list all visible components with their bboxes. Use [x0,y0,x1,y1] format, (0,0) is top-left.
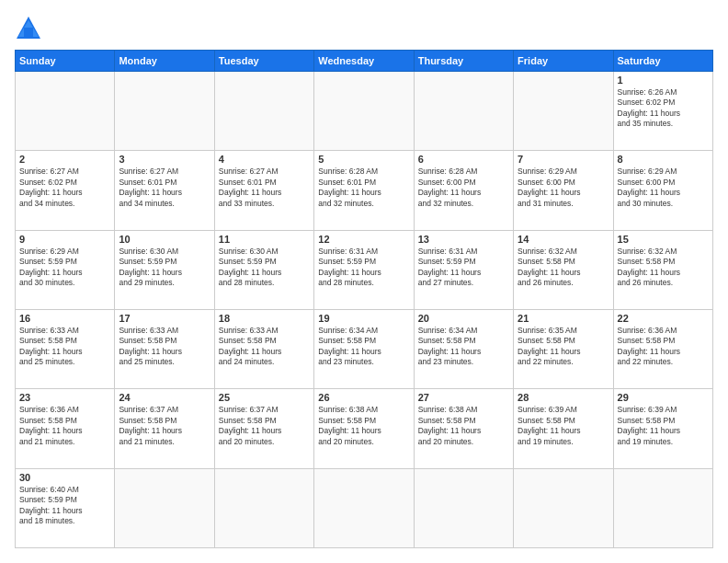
day-info: Sunrise: 6:39 AM Sunset: 5:58 PM Dayligh… [618,405,709,447]
day-cell: 18Sunrise: 6:33 AM Sunset: 5:58 PM Dayli… [214,309,313,388]
weekday-thursday: Thursday [414,51,513,72]
day-info: Sunrise: 6:38 AM Sunset: 5:58 PM Dayligh… [418,405,509,447]
day-number: 15 [618,234,709,245]
day-cell: 2Sunrise: 6:27 AM Sunset: 6:02 PM Daylig… [16,151,115,230]
day-number: 7 [518,154,609,165]
day-info: Sunrise: 6:33 AM Sunset: 5:58 PM Dayligh… [119,326,210,368]
day-number: 23 [19,392,110,403]
day-info: Sunrise: 6:34 AM Sunset: 5:58 PM Dayligh… [418,326,509,368]
day-number: 6 [418,154,509,165]
calendar-table: SundayMondayTuesdayWednesdayThursdayFrid… [15,50,713,548]
logo-icon [15,15,42,40]
day-cell: 5Sunrise: 6:28 AM Sunset: 6:01 PM Daylig… [314,151,414,230]
weekday-sunday: Sunday [16,51,115,72]
day-info: Sunrise: 6:36 AM Sunset: 5:58 PM Dayligh… [618,326,709,368]
day-number: 5 [318,154,409,165]
day-info: Sunrise: 6:28 AM Sunset: 6:00 PM Dayligh… [418,167,509,209]
day-number: 25 [219,392,310,403]
day-number: 2 [19,154,110,165]
day-cell [214,72,313,151]
day-cell: 3Sunrise: 6:27 AM Sunset: 6:01 PM Daylig… [115,151,214,230]
day-number: 1 [618,75,709,86]
week-row-4: 16Sunrise: 6:33 AM Sunset: 5:58 PM Dayli… [16,309,713,388]
day-info: Sunrise: 6:33 AM Sunset: 5:58 PM Dayligh… [219,326,310,368]
week-row-3: 9Sunrise: 6:29 AM Sunset: 5:59 PM Daylig… [16,230,713,309]
day-cell: 29Sunrise: 6:39 AM Sunset: 5:58 PM Dayli… [613,389,712,468]
day-cell: 26Sunrise: 6:38 AM Sunset: 5:58 PM Dayli… [314,389,414,468]
week-row-5: 23Sunrise: 6:36 AM Sunset: 5:58 PM Dayli… [16,389,713,468]
day-info: Sunrise: 6:30 AM Sunset: 5:59 PM Dayligh… [219,247,310,289]
day-number: 20 [418,313,509,324]
day-cell: 24Sunrise: 6:37 AM Sunset: 5:58 PM Dayli… [115,389,214,468]
day-number: 17 [119,313,210,324]
day-cell [414,72,513,151]
day-number: 14 [518,234,609,245]
day-number: 27 [418,392,509,403]
day-cell: 23Sunrise: 6:36 AM Sunset: 5:58 PM Dayli… [16,389,115,468]
day-cell: 30Sunrise: 6:40 AM Sunset: 5:59 PM Dayli… [16,468,115,547]
day-number: 16 [19,313,110,324]
day-info: Sunrise: 6:27 AM Sunset: 6:02 PM Dayligh… [19,167,110,209]
page: SundayMondayTuesdayWednesdayThursdayFrid… [0,0,728,563]
day-info: Sunrise: 6:31 AM Sunset: 5:59 PM Dayligh… [318,247,409,289]
day-info: Sunrise: 6:35 AM Sunset: 5:58 PM Dayligh… [518,326,609,368]
day-number: 9 [19,234,110,245]
weekday-tuesday: Tuesday [214,51,313,72]
day-number: 12 [318,234,409,245]
day-cell: 17Sunrise: 6:33 AM Sunset: 5:58 PM Dayli… [115,309,214,388]
weekday-friday: Friday [514,51,613,72]
day-number: 29 [618,392,709,403]
day-number: 4 [219,154,310,165]
week-row-6: 30Sunrise: 6:40 AM Sunset: 5:59 PM Dayli… [16,468,713,547]
day-number: 18 [219,313,310,324]
day-info: Sunrise: 6:29 AM Sunset: 6:00 PM Dayligh… [618,167,709,209]
day-cell: 13Sunrise: 6:31 AM Sunset: 5:59 PM Dayli… [414,230,513,309]
day-number: 10 [119,234,210,245]
weekday-monday: Monday [115,51,214,72]
day-info: Sunrise: 6:32 AM Sunset: 5:58 PM Dayligh… [618,247,709,289]
day-cell [214,468,313,547]
day-number: 28 [518,392,609,403]
day-info: Sunrise: 6:40 AM Sunset: 5:59 PM Dayligh… [19,485,110,527]
day-info: Sunrise: 6:27 AM Sunset: 6:01 PM Dayligh… [219,167,310,209]
svg-rect-2 [24,28,33,37]
day-cell: 19Sunrise: 6:34 AM Sunset: 5:58 PM Dayli… [314,309,414,388]
day-cell: 8Sunrise: 6:29 AM Sunset: 6:00 PM Daylig… [613,151,712,230]
day-number: 11 [219,234,310,245]
day-cell: 10Sunrise: 6:30 AM Sunset: 5:59 PM Dayli… [115,230,214,309]
day-cell: 7Sunrise: 6:29 AM Sunset: 6:00 PM Daylig… [514,151,613,230]
day-cell: 15Sunrise: 6:32 AM Sunset: 5:58 PM Dayli… [613,230,712,309]
day-cell: 21Sunrise: 6:35 AM Sunset: 5:58 PM Dayli… [514,309,613,388]
day-info: Sunrise: 6:36 AM Sunset: 5:58 PM Dayligh… [19,405,110,447]
day-cell [414,468,513,547]
day-cell [314,468,414,547]
day-number: 8 [618,154,709,165]
week-row-2: 2Sunrise: 6:27 AM Sunset: 6:02 PM Daylig… [16,151,713,230]
day-number: 26 [318,392,409,403]
day-cell: 27Sunrise: 6:38 AM Sunset: 5:58 PM Dayli… [414,389,513,468]
day-info: Sunrise: 6:29 AM Sunset: 5:59 PM Dayligh… [19,247,110,289]
day-number: 30 [19,472,110,483]
header [15,15,713,40]
day-cell: 14Sunrise: 6:32 AM Sunset: 5:58 PM Dayli… [514,230,613,309]
day-number: 13 [418,234,509,245]
day-cell [314,72,414,151]
day-info: Sunrise: 6:29 AM Sunset: 6:00 PM Dayligh… [518,167,609,209]
day-info: Sunrise: 6:30 AM Sunset: 5:59 PM Dayligh… [119,247,210,289]
day-cell: 4Sunrise: 6:27 AM Sunset: 6:01 PM Daylig… [214,151,313,230]
weekday-saturday: Saturday [613,51,712,72]
day-cell: 25Sunrise: 6:37 AM Sunset: 5:58 PM Dayli… [214,389,313,468]
day-info: Sunrise: 6:38 AM Sunset: 5:58 PM Dayligh… [318,405,409,447]
day-info: Sunrise: 6:26 AM Sunset: 6:02 PM Dayligh… [618,87,709,130]
day-cell: 6Sunrise: 6:28 AM Sunset: 6:00 PM Daylig… [414,151,513,230]
day-cell: 28Sunrise: 6:39 AM Sunset: 5:58 PM Dayli… [514,389,613,468]
day-cell [115,468,214,547]
day-number: 22 [618,313,709,324]
day-number: 19 [318,313,409,324]
day-cell: 16Sunrise: 6:33 AM Sunset: 5:58 PM Dayli… [16,309,115,388]
day-cell: 1Sunrise: 6:26 AM Sunset: 6:02 PM Daylig… [613,72,712,151]
day-info: Sunrise: 6:32 AM Sunset: 5:58 PM Dayligh… [518,247,609,289]
day-cell [115,72,214,151]
day-cell: 22Sunrise: 6:36 AM Sunset: 5:58 PM Dayli… [613,309,712,388]
day-cell: 11Sunrise: 6:30 AM Sunset: 5:59 PM Dayli… [214,230,313,309]
